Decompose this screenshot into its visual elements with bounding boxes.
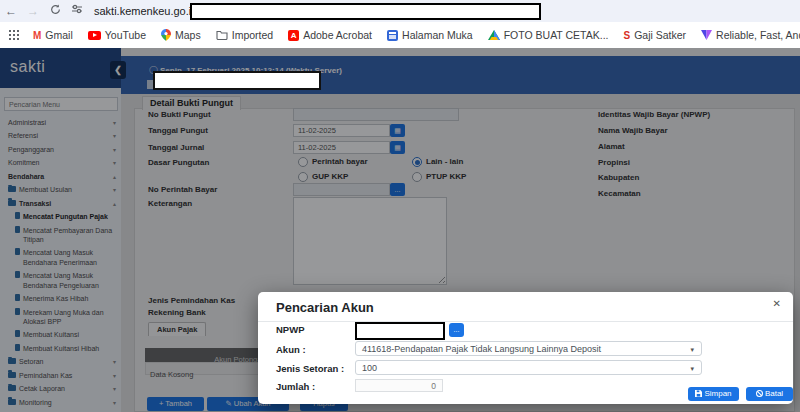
akun-select[interactable]: 411618-Pendapatan Pajak Tidak Langsung L… bbox=[355, 341, 702, 356]
bookmarks-bar: M Gmail YouTube Maps Imported A Adobe Ac… bbox=[0, 22, 800, 49]
tune-glyph bbox=[71, 3, 83, 15]
simpan-button[interactable]: Simpan bbox=[688, 387, 739, 401]
pencarian-akun-modal: Pencarian Akun ✕ NPWP ... Akun : 411618-… bbox=[258, 292, 793, 404]
apps-grid-glyph bbox=[9, 30, 19, 40]
npwp-label: NPWP bbox=[276, 324, 305, 335]
redaction-box-url bbox=[190, 3, 541, 20]
maps-pin-icon bbox=[161, 29, 171, 41]
back-icon[interactable]: ← bbox=[0, 0, 22, 22]
forward-icon[interactable]: → bbox=[22, 0, 44, 22]
redaction-box-npwp bbox=[355, 322, 445, 340]
bookmark-gaji-satker[interactable]: S Gaji Satker bbox=[624, 29, 687, 41]
apps-grid-icon[interactable] bbox=[9, 26, 19, 44]
bookmark-youtube[interactable]: YouTube bbox=[88, 29, 146, 41]
bookmark-gmail[interactable]: M Gmail bbox=[33, 29, 73, 41]
url-text[interactable]: sakti.kemenkeu.go.id/ bbox=[94, 5, 200, 17]
bookmark-foto-cetak[interactable]: FOTO BUAT CETAK... bbox=[488, 29, 609, 41]
drive-icon bbox=[488, 30, 500, 41]
reload-icon[interactable] bbox=[44, 0, 66, 22]
bookmark-maps[interactable]: Maps bbox=[161, 29, 201, 41]
cancel-icon bbox=[756, 390, 763, 397]
reload-glyph bbox=[50, 4, 61, 15]
batal-button[interactable]: Batal bbox=[746, 387, 793, 401]
halaman-muka-icon bbox=[387, 30, 398, 41]
browser-toolbar: ← → sakti.kemenkeu.go.id/ bbox=[0, 0, 800, 22]
npwp-lookup-button[interactable]: ... bbox=[449, 323, 464, 337]
jenis-setoran-select[interactable]: 100▾ bbox=[355, 360, 702, 375]
gaji-satker-icon: S bbox=[624, 30, 631, 41]
modal-divider bbox=[258, 321, 793, 322]
gmail-icon: M bbox=[33, 30, 41, 41]
modal-title: Pencarian Akun bbox=[276, 300, 374, 315]
chevron-down-icon: ▾ bbox=[690, 361, 694, 376]
youtube-icon bbox=[88, 31, 101, 40]
folder-icon bbox=[216, 30, 228, 40]
bookmark-halaman-muka[interactable]: Halaman Muka bbox=[387, 29, 473, 41]
bookmark-acrobat[interactable]: A Adobe Acrobat bbox=[288, 29, 372, 41]
site-info-icon[interactable] bbox=[66, 0, 88, 22]
sakti-app: sakti Administrasi▾ Referensi▾ Pengangga… bbox=[0, 48, 800, 412]
chevron-down-icon: ▾ bbox=[690, 342, 694, 357]
redaction-box-user bbox=[153, 71, 321, 90]
jenis-setoran-label: Jenis Setoran : bbox=[276, 363, 344, 374]
bookmark-reliable[interactable]: Reliable, Fast, And F... bbox=[701, 29, 800, 41]
jumlah-label: Jumlah : bbox=[276, 381, 315, 392]
screen: ← → sakti.kemenkeu.go.id/ M Gmail YouTub… bbox=[0, 0, 800, 412]
close-icon[interactable]: ✕ bbox=[773, 298, 781, 309]
akun-label: Akun : bbox=[276, 344, 306, 355]
bookmark-imported[interactable]: Imported bbox=[216, 29, 273, 41]
acrobat-icon: A bbox=[288, 30, 299, 41]
save-icon bbox=[695, 390, 702, 397]
reliable-v-icon bbox=[701, 30, 712, 40]
jumlah-input[interactable]: 0 bbox=[355, 379, 443, 392]
